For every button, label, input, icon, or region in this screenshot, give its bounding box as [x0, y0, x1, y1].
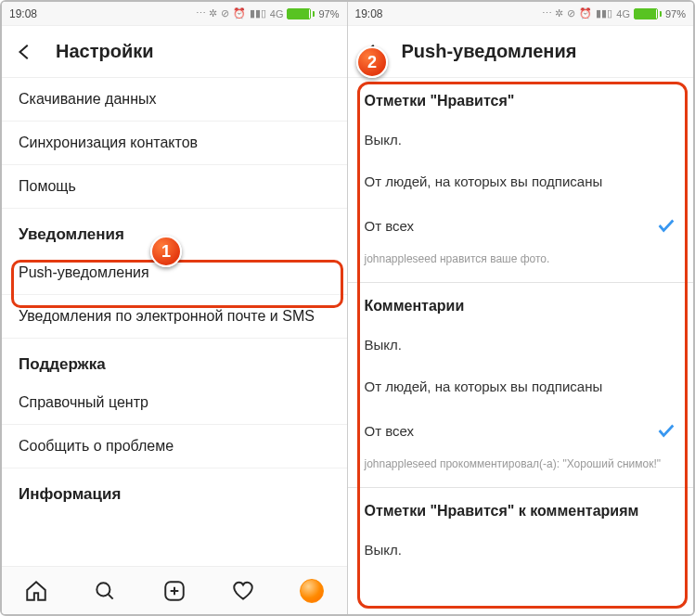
dnd-icon: ⊘: [221, 7, 229, 19]
push-settings-list[interactable]: Отметки "Нравится" Выкл. От людей, на ко…: [348, 78, 694, 614]
signal-icon: ▮▮▯: [596, 7, 612, 19]
page-title: Push-уведомления: [402, 41, 577, 62]
add-post-icon[interactable]: [162, 579, 187, 603]
menu-dots-icon: ⋯: [196, 7, 205, 19]
checkmark-icon: [656, 420, 676, 441]
network-type: 4G: [270, 8, 284, 19]
annotation-badge-2: 2: [356, 46, 388, 78]
dnd-icon: ⊘: [567, 7, 575, 19]
settings-screen: 19:08 ⋯ ✲ ⊘ ⏰ ▮▮▯ 4G 97% Настройки Скачи…: [2, 2, 348, 614]
likes-option-off[interactable]: Выкл.: [348, 119, 694, 160]
group-comment-likes-heading: Отметки "Нравится" к комментариям: [348, 488, 694, 529]
row-report-problem[interactable]: Сообщить о проблеме: [2, 425, 347, 468]
profile-icon[interactable]: [300, 579, 324, 603]
alarm-icon: ⏰: [233, 7, 246, 19]
row-help-center[interactable]: Справочный центр: [2, 381, 347, 425]
checkmark-icon: [656, 215, 676, 236]
annotation-badge-1: 1: [150, 236, 182, 267]
section-support: Поддержка: [2, 339, 347, 381]
likes-option-everyone[interactable]: От всех: [348, 202, 694, 249]
header: Push-уведомления: [348, 26, 694, 78]
clock: 19:08: [9, 7, 37, 20]
clock: 19:08: [355, 7, 383, 20]
status-bar: 19:08 ⋯ ✲ ⊘ ⏰ ▮▮▯ 4G 97%: [2, 2, 347, 26]
header: Настройки: [2, 26, 347, 78]
heart-icon[interactable]: [231, 579, 255, 603]
section-info: Информация: [2, 468, 347, 511]
row-sync-contacts[interactable]: Синхронизация контактов: [2, 122, 347, 165]
row-download-data[interactable]: Скачивание данных: [2, 78, 347, 122]
bottom-nav: [2, 566, 347, 614]
home-icon[interactable]: [24, 579, 48, 603]
status-bar: 19:08 ⋯ ✲ ⊘ ⏰ ▮▮▯ 4G 97%: [348, 2, 694, 26]
comments-option-everyone[interactable]: От всех: [348, 407, 694, 454]
comment-likes-option-off[interactable]: Выкл.: [348, 529, 694, 571]
network-type: 4G: [616, 8, 630, 19]
comments-option-following[interactable]: От людей, на которых вы подписаны: [348, 366, 694, 407]
bluetooth-icon: ✲: [555, 7, 563, 19]
battery-icon: [287, 8, 315, 19]
svg-point-0: [97, 583, 110, 596]
battery-pct: 97%: [318, 8, 339, 19]
search-icon[interactable]: [93, 579, 117, 603]
menu-dots-icon: ⋯: [542, 7, 551, 19]
likes-option-following[interactable]: От людей, на которых вы подписаны: [348, 160, 694, 202]
push-notifications-screen: 19:08 ⋯ ✲ ⊘ ⏰ ▮▮▯ 4G 97% Push-уведомлени…: [348, 2, 694, 614]
group-comments-heading: Комментарии: [348, 283, 694, 324]
comments-caption: johnappleseed прокомментировал(-а): "Хор…: [348, 454, 694, 483]
row-help[interactable]: Помощь: [2, 165, 347, 209]
alarm-icon: ⏰: [579, 7, 592, 19]
battery-pct: 97%: [665, 8, 686, 19]
signal-icon: ▮▮▯: [250, 7, 266, 19]
bluetooth-icon: ✲: [209, 7, 217, 19]
back-icon[interactable]: [15, 42, 35, 62]
comments-option-off[interactable]: Выкл.: [348, 324, 694, 366]
settings-list[interactable]: Скачивание данных Синхронизация контакто…: [2, 78, 347, 566]
group-likes-heading: Отметки "Нравится": [348, 78, 694, 119]
row-email-sms[interactable]: Уведомления по электронной почте и SMS: [2, 295, 347, 339]
likes-caption: johnappleseed нравится ваше фото.: [348, 249, 694, 278]
page-title: Настройки: [56, 41, 154, 62]
battery-icon: [634, 8, 662, 19]
